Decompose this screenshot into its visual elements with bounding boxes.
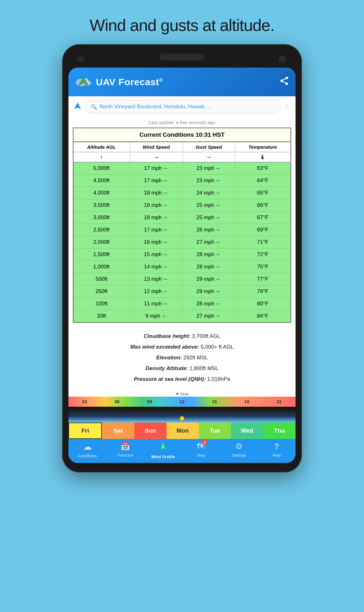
app-header: UAV Forecast® xyxy=(68,68,296,96)
day-btn-sun[interactable]: Sun xyxy=(134,423,167,439)
app-logo-area: UAV Forecast® xyxy=(75,73,163,91)
camera-left xyxy=(78,56,84,62)
cell-altitude: 250ft xyxy=(73,285,130,298)
nav-item-forecast[interactable]: 📅Forecast xyxy=(106,441,144,459)
hour-label: 03 xyxy=(82,399,87,404)
hour-label: 15 xyxy=(212,399,217,404)
cell-altitude: 33ft xyxy=(73,310,130,323)
search-icon: 🔍 xyxy=(91,104,97,110)
cell-gust: 23 mph ← xyxy=(183,162,235,175)
nav-label-wind-profile: Wind Profile xyxy=(151,454,175,459)
svg-point-6 xyxy=(280,80,283,82)
svg-point-5 xyxy=(285,77,288,79)
nav-item-conditions[interactable]: ☁Conditions xyxy=(68,441,106,459)
day-btn-fri[interactable]: Fri xyxy=(68,423,102,439)
col-header-gust: Gust Speed xyxy=(183,142,235,152)
cell-wind: 17 mph ← xyxy=(130,162,183,175)
cell-gust: 29 mph ← xyxy=(183,273,235,285)
cell-altitude: 1,500ft xyxy=(73,249,130,261)
table-row: 33ft9 mph ←27 mph ←84°F xyxy=(73,310,291,323)
nav-icon-forecast: 📅 xyxy=(120,441,130,451)
cell-gust: 28 mph ← xyxy=(183,261,235,273)
day-selector: FriSatSunMonTueWedThu xyxy=(68,423,296,439)
cell-altitude: 4,000ft xyxy=(73,187,130,199)
timeline-section: ▼ Now 03060912151821 xyxy=(68,390,296,423)
nav-icon-help: ? xyxy=(274,441,279,451)
table-row: 500ft13 mph ←29 mph ←77°F xyxy=(73,273,291,285)
nav-label-help: Help xyxy=(273,453,281,458)
cell-wind: 17 mph ← xyxy=(130,224,183,236)
cell-wind: 17 mph ← xyxy=(130,175,183,187)
cell-gust: 29 mph ← xyxy=(183,285,235,298)
cell-altitude: 3,000ft xyxy=(73,212,130,224)
day-btn-sat[interactable]: Sat xyxy=(102,423,134,439)
table-body: 5,000ft17 mph ←23 mph ←63°F4,500ft17 mph… xyxy=(73,162,291,323)
timeline-position-dot xyxy=(180,416,184,421)
timeline-hours-bar[interactable]: 03060912151821 xyxy=(68,397,296,407)
svg-line-9 xyxy=(283,79,285,80)
day-btn-wed[interactable]: Wed xyxy=(231,423,263,439)
search-area: 🔍 North Vineyard Boulevard, Honolulu, Ha… xyxy=(68,96,296,117)
phone-speaker xyxy=(160,54,204,61)
cell-wind: 12 mph ← xyxy=(130,285,183,298)
nav-item-wind-profile[interactable]: Wind Profile xyxy=(144,441,182,459)
conditions-table: Current Conditions 10:31 HST Altitude AG… xyxy=(73,128,291,323)
svg-marker-10 xyxy=(74,102,81,109)
favorite-star-icon[interactable]: ☆ xyxy=(284,103,291,111)
cell-gust: 25 mph ← xyxy=(183,212,235,224)
nav-item-map[interactable]: 🗺3Map xyxy=(182,441,220,459)
cell-altitude: 100ft xyxy=(73,298,130,310)
search-location-text: North Vineyard Boulevard, Honolulu, Hawa… xyxy=(100,104,212,110)
nav-label-map: Map xyxy=(197,453,205,458)
nav-icon-wind-profile xyxy=(158,441,168,453)
table-row: 1,000ft14 mph ←28 mph ←75°F xyxy=(73,261,291,273)
map-badge: 3 xyxy=(202,440,208,445)
cell-gust: 27 mph ← xyxy=(183,236,235,249)
now-label: ▼ Now xyxy=(175,392,189,396)
cell-wind: 14 mph ← xyxy=(130,261,183,273)
cell-gust: 26 mph ← xyxy=(183,224,235,236)
nav-icon-conditions: ☁ xyxy=(83,441,92,452)
nav-label-forecast: Forecast xyxy=(117,453,133,458)
cell-wind: 18 mph ← xyxy=(130,199,183,212)
dir-gust: → xyxy=(183,152,235,162)
dir-wind: → xyxy=(130,152,183,162)
cell-gust: 25 mph ← xyxy=(183,199,235,212)
hour-label: 21 xyxy=(277,399,282,404)
cell-temp: 72°F xyxy=(235,249,291,261)
cell-temp: 63°F xyxy=(235,162,291,175)
phone-frame: UAV Forecast® 🔍 xyxy=(62,44,302,472)
cell-wind: 15 mph ← xyxy=(130,249,183,261)
cell-wind: 13 mph ← xyxy=(130,273,183,285)
cell-temp: 64°F xyxy=(235,175,291,187)
day-btn-tue[interactable]: Tue xyxy=(199,423,231,439)
cell-altitude: 5,000ft xyxy=(73,162,130,175)
app-title: UAV Forecast® xyxy=(96,77,163,87)
cell-gust: 23 mph ← xyxy=(183,175,235,187)
cell-altitude: 500ft xyxy=(73,273,130,285)
cell-wind: 16 mph ← xyxy=(130,236,183,249)
cell-temp: 84°F xyxy=(235,310,291,323)
app-logo-icon xyxy=(75,73,92,91)
cell-wind: 9 mph ← xyxy=(130,310,183,323)
page-headline: Wind and gusts at altitude. xyxy=(90,16,274,35)
table-row: 2,500ft17 mph ←26 mph ←69°F xyxy=(73,224,291,236)
table-row: 100ft11 mph ←28 mph ←80°F xyxy=(73,298,291,310)
cell-gust: 28 mph ← xyxy=(183,298,235,310)
search-bar[interactable]: 🔍 North Vineyard Boulevard, Honolulu, Ha… xyxy=(85,100,281,113)
dir-altitude: ↑ xyxy=(73,152,130,162)
col-header-wind: Wind Speed xyxy=(130,142,183,152)
data-table-container: Current Conditions 10:31 HST Altitude AG… xyxy=(68,128,296,326)
nav-item-settings[interactable]: ⚙Settings xyxy=(220,441,258,459)
nav-item-help[interactable]: ?Help xyxy=(258,441,296,459)
day-btn-mon[interactable]: Mon xyxy=(167,423,199,439)
density-alt-info: Density Altitude: 1,800ft MSL xyxy=(75,363,289,374)
location-arrow-icon[interactable] xyxy=(73,102,82,112)
cell-altitude: 3,500ft xyxy=(73,199,130,212)
cell-wind: 18 mph ← xyxy=(130,212,183,224)
table-row: 4,500ft17 mph ←23 mph ←64°F xyxy=(73,175,291,187)
cell-temp: 77°F xyxy=(235,273,291,285)
last-update-text: Last update: a few seconds ago xyxy=(68,117,296,128)
share-icon[interactable] xyxy=(279,76,289,88)
day-btn-thu[interactable]: Thu xyxy=(263,423,296,439)
